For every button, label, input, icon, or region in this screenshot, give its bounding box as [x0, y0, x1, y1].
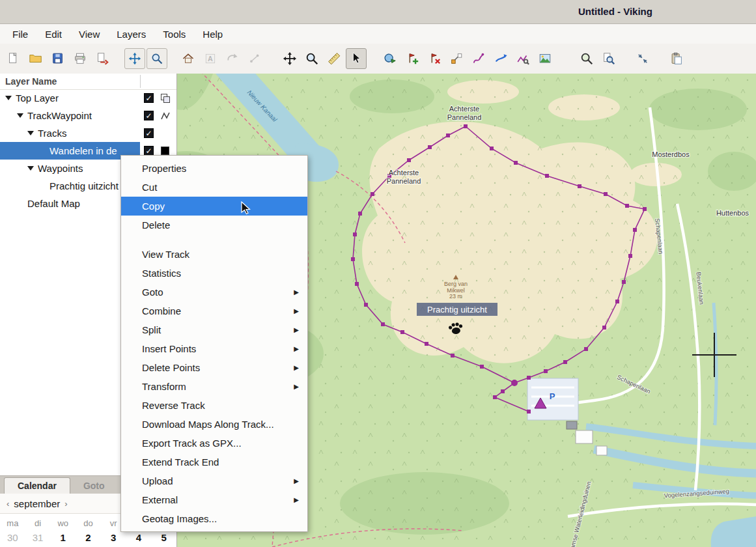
svg-text:Mosterdbos: Mosterdbos: [652, 150, 690, 158]
svg-text:Achterste: Achterste: [389, 169, 419, 176]
date-cell[interactable]: 1: [50, 532, 76, 543]
pan-button[interactable]: [279, 48, 300, 69]
menu-item-copy[interactable]: Copy: [121, 197, 307, 216]
menu-item-geotag-images[interactable]: Geotag Images...: [121, 509, 307, 528]
create-waypoint-button[interactable]: [402, 48, 423, 69]
menu-item-external[interactable]: External: [121, 490, 307, 509]
layer-checkbox[interactable]: [144, 93, 154, 103]
expander-icon[interactable]: [27, 166, 34, 171]
layer-row-tracks[interactable]: Tracks: [0, 124, 176, 142]
save-file-button[interactable]: [48, 48, 68, 69]
menu-item-combine[interactable]: Combine: [121, 302, 307, 320]
paste-layer-button[interactable]: [666, 48, 687, 69]
edit-waypoint-button[interactable]: [424, 48, 445, 69]
menu-help[interactable]: Help: [194, 26, 231, 42]
date-cell[interactable]: 31: [25, 532, 51, 543]
layer-row-top-layer[interactable]: Top Layer: [0, 89, 176, 107]
toolbar: A: [0, 44, 756, 74]
create-waypoint-icon: [405, 51, 419, 66]
menu-item-insert-points[interactable]: Insert Points: [121, 339, 307, 358]
acquire-export-button[interactable]: [92, 48, 113, 69]
create-route-button[interactable]: [446, 48, 467, 69]
month-label: september: [14, 498, 60, 509]
create-track-button[interactable]: [468, 48, 489, 69]
menu-item-reverse-track[interactable]: Reverse Track: [121, 396, 307, 415]
svg-text:P: P: [550, 391, 555, 401]
layer-checkbox[interactable]: [144, 128, 154, 138]
open-file-button[interactable]: [25, 48, 46, 69]
ruler-icon: [327, 51, 341, 66]
redo-button[interactable]: [222, 48, 243, 69]
text-label-icon: A: [204, 52, 217, 65]
menu-item-properties[interactable]: Properties: [121, 159, 307, 178]
menu-item-upload[interactable]: Upload: [121, 471, 307, 490]
menu-file[interactable]: File: [4, 26, 36, 42]
menu-layers[interactable]: Layers: [108, 26, 154, 42]
menu-item-export-gpx[interactable]: Export Track as GPX...: [121, 434, 307, 453]
pan-icon: [128, 52, 141, 65]
menu-item-transform[interactable]: Transform: [121, 377, 307, 396]
main-area: Achterste Panneland Achterste Panneland …: [0, 74, 756, 547]
menu-item-split[interactable]: Split: [121, 320, 307, 339]
print-button[interactable]: [70, 48, 91, 69]
track-tools-icon: [160, 111, 171, 121]
expander-icon[interactable]: [17, 113, 23, 118]
pan-tool-button[interactable]: [124, 48, 145, 69]
menu-item-delete-points[interactable]: Delete Points: [121, 358, 307, 377]
menu-view[interactable]: View: [70, 26, 108, 42]
tab-goto[interactable]: Goto: [70, 478, 118, 494]
svg-text:Achterste: Achterste: [449, 105, 479, 113]
clipboard-icon: [669, 51, 684, 66]
select-tool-button[interactable]: [346, 48, 367, 69]
expander-icon[interactable]: [27, 131, 34, 135]
date-cell[interactable]: 30: [0, 532, 25, 543]
menu-item-delete[interactable]: Delete: [121, 216, 307, 234]
route-finder-button[interactable]: [490, 48, 511, 69]
date-cell[interactable]: 5: [151, 532, 176, 543]
text-label-button[interactable]: A: [200, 48, 221, 69]
column-divider[interactable]: [140, 75, 141, 88]
date-cell[interactable]: 4: [126, 532, 152, 543]
move-viewport-button[interactable]: [380, 48, 400, 69]
route-finder-icon: [494, 51, 508, 66]
svg-text:Huttenbos: Huttenbos: [716, 209, 749, 217]
menu-tools[interactable]: Tools: [154, 26, 194, 42]
ruler-button[interactable]: [324, 48, 344, 69]
home-view-button[interactable]: [178, 48, 199, 69]
menu-edit[interactable]: Edit: [36, 26, 70, 42]
layers-header-label: Layer Name: [5, 76, 57, 87]
menu-item-extend-track-end[interactable]: Extend Track End: [121, 453, 307, 471]
zoom-button[interactable]: [301, 48, 322, 69]
expander-icon[interactable]: [5, 96, 12, 100]
menu-item-view-track[interactable]: View Track: [121, 245, 307, 264]
zoom-tool-button[interactable]: [147, 48, 167, 69]
waypoint-label: Prachtig uitzicht: [417, 303, 497, 316]
month-prev-button[interactable]: [7, 499, 9, 509]
date-cell[interactable]: 3: [101, 532, 126, 543]
svg-text:A: A: [208, 55, 213, 63]
svg-text:Panneland: Panneland: [387, 177, 421, 185]
date-cell[interactable]: 2: [76, 532, 101, 543]
find-place-button[interactable]: [598, 48, 619, 69]
layer-checkbox[interactable]: [144, 111, 154, 120]
zoom-to-area-button[interactable]: [576, 48, 597, 69]
menu-item-cut[interactable]: Cut: [121, 178, 307, 197]
layer-row-trackwaypoint[interactable]: TrackWaypoint: [0, 107, 176, 124]
month-next-button[interactable]: [64, 499, 67, 509]
selected-trackpoint[interactable]: [511, 380, 518, 386]
edit-trackpoint-button[interactable]: [512, 48, 533, 69]
menu-item-statistics[interactable]: Statistics: [121, 264, 307, 283]
show-picture-button[interactable]: [535, 48, 555, 69]
connect-points-button[interactable]: [244, 48, 265, 69]
home-icon: [182, 52, 195, 65]
create-track-icon: [471, 51, 486, 66]
track-color-swatch[interactable]: [161, 147, 169, 155]
layers-panel-header: Layer Name: [0, 74, 176, 90]
new-document-button[interactable]: [3, 48, 24, 69]
shrink-window-button[interactable]: [632, 48, 653, 69]
tab-calendar[interactable]: Calendar: [4, 477, 70, 494]
select-arrow-icon: [349, 51, 363, 66]
menu-item-goto[interactable]: Goto: [121, 283, 307, 302]
layer-checkbox[interactable]: [144, 146, 154, 156]
menu-item-download-maps[interactable]: Download Maps Along Track...: [121, 415, 307, 434]
